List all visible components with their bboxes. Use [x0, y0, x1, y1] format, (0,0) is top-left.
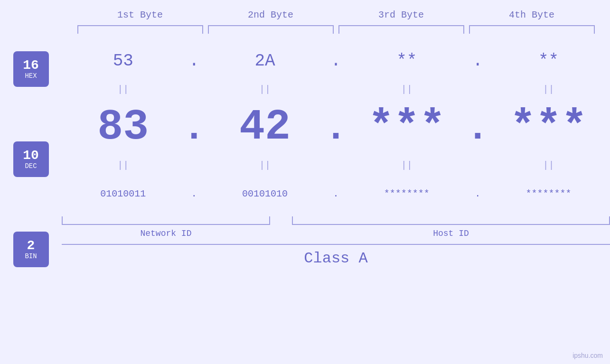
hex-badge-number: 16 — [23, 59, 39, 72]
id-label-gap — [270, 229, 292, 238]
col-header-1: 1st Byte — [75, 9, 206, 20]
badges-column: 16 HEX 10 DEC 2 BIN — [0, 42, 62, 267]
hex-badge: 16 HEX — [13, 51, 49, 87]
dec-row: 83 . 42 . *** . *** — [62, 99, 610, 156]
column-headers: 1st Byte 2nd Byte 3rd Byte 4th Byte — [75, 9, 597, 20]
dec-val-2: 42 — [204, 103, 327, 151]
hex-val-4: ** — [487, 51, 610, 71]
eq-2-1: || — [62, 160, 185, 171]
bin-val-1: 01010011 — [62, 188, 185, 199]
host-bracket — [292, 216, 610, 225]
bracket-top-1 — [77, 25, 203, 34]
bracket-top-2 — [208, 25, 334, 34]
content-area: 16 HEX 10 DEC 2 BIN 53 . 2A . ** — [0, 39, 610, 364]
bin-dot-3: . — [468, 188, 487, 199]
eq-1-3: || — [346, 84, 469, 95]
bin-val-3: ******** — [346, 188, 469, 199]
hex-dot-1: . — [185, 51, 204, 71]
eq-1-1: || — [62, 84, 185, 95]
dec-dot-1: . — [185, 107, 204, 156]
dec-badge-number: 10 — [23, 149, 39, 162]
col-header-4: 4th Byte — [467, 9, 597, 20]
dec-val-4: *** — [487, 103, 610, 151]
bin-badge-number: 2 — [27, 239, 35, 252]
hex-badge-label: HEX — [25, 72, 37, 80]
host-id-label: Host ID — [292, 229, 610, 238]
class-bottom-line — [62, 244, 610, 245]
dec-badge: 10 DEC — [13, 141, 49, 177]
id-labels-row: Network ID Host ID — [62, 229, 610, 238]
watermark: ipshu.com — [572, 352, 603, 359]
bin-dot-2: . — [327, 188, 346, 199]
dec-val-3: *** — [346, 103, 469, 151]
eq-2-2: || — [204, 160, 327, 171]
dec-dot-2: . — [327, 107, 346, 156]
bin-badge-label: BIN — [25, 252, 37, 260]
dec-badge-label: DEC — [25, 162, 37, 170]
hex-val-1: 53 — [62, 51, 185, 71]
hex-val-3: ** — [346, 51, 469, 71]
hex-val-2: 2A — [204, 51, 327, 71]
bin-val-2: 00101010 — [204, 188, 327, 199]
equals-row-1: || || || || — [62, 80, 610, 99]
bracket-top-4 — [469, 25, 595, 34]
hex-dot-2: . — [327, 51, 346, 71]
bracket-gap — [270, 216, 292, 225]
dec-val-1: 83 — [62, 103, 185, 151]
hex-row: 53 . 2A . ** . ** — [62, 42, 610, 80]
equals-row-2: || || || || — [62, 156, 610, 175]
eq-2-3: || — [346, 160, 469, 171]
data-section: 53 . 2A . ** . ** || || || || 83 — [62, 42, 610, 267]
col-header-3: 3rd Byte — [336, 9, 467, 20]
hex-dot-3: . — [468, 51, 487, 71]
bracket-top-3 — [338, 25, 464, 34]
bottom-brackets — [62, 216, 610, 226]
class-a-label: Class A — [62, 250, 610, 267]
eq-1-2: || — [204, 84, 327, 95]
col-header-2: 2nd Byte — [206, 9, 336, 20]
top-brackets — [75, 25, 597, 35]
eq-2-4: || — [487, 160, 610, 171]
bin-val-4: ******** — [487, 188, 610, 199]
main-container: 1st Byte 2nd Byte 3rd Byte 4th Byte 16 H… — [0, 0, 610, 364]
network-id-label: Network ID — [62, 229, 270, 238]
network-bracket — [62, 216, 270, 225]
bin-dot-1: . — [185, 188, 204, 199]
eq-1-4: || — [487, 84, 610, 95]
bin-badge: 2 BIN — [13, 232, 49, 267]
dec-dot-3: . — [468, 107, 487, 156]
bin-row: 01010011 . 00101010 . ******** . *******… — [62, 175, 610, 213]
